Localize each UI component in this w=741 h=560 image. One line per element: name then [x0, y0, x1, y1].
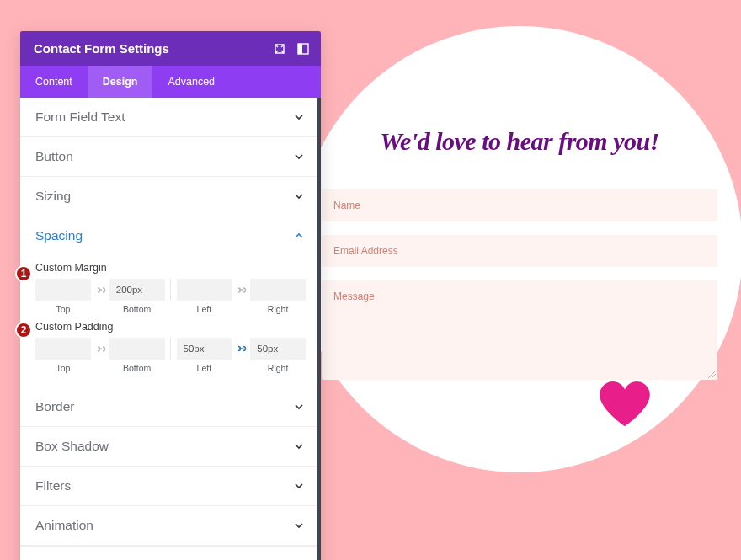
message-placeholder: Message [333, 291, 375, 302]
panel-title: Contact Form Settings [34, 41, 169, 56]
side-bottom-label: Bottom [109, 304, 165, 314]
link-lr-icon[interactable] [232, 338, 250, 360]
name-field[interactable]: Name [322, 189, 717, 221]
padding-bottom-input[interactable] [109, 338, 165, 360]
help-row[interactable]: ?Help [20, 546, 321, 560]
side-bottom-label: Bottom [109, 363, 165, 373]
tab-advanced[interactable]: Advanced [152, 66, 230, 98]
accordion-label: Box Shadow [35, 439, 109, 454]
margin-bottom-input[interactable] [109, 279, 165, 301]
margin-row [35, 279, 306, 301]
accordion-sizing: Sizing [20, 177, 321, 216]
side-right-label: Right [250, 363, 306, 373]
margin-top-input[interactable] [35, 279, 91, 301]
panel-header: Contact Form Settings [20, 31, 321, 66]
side-right-label: Right [250, 304, 306, 314]
heart-icon [600, 381, 650, 427]
email-placeholder: Email Address [333, 245, 398, 257]
callout-1: 1 [15, 265, 32, 282]
spacing-body: Custom Margin Top Bottom Left Right Cu [20, 262, 321, 387]
accordion-label: Button [35, 149, 73, 164]
padding-right-input[interactable] [250, 338, 306, 360]
expand-icon[interactable] [274, 43, 285, 55]
margin-left-input[interactable] [177, 279, 232, 301]
accordion-animation: Animation [20, 506, 321, 546]
side-top-label: Top [35, 363, 91, 373]
custom-padding-label: Custom Padding [35, 321, 306, 333]
padding-left-input[interactable] [177, 338, 232, 360]
form-heading: We'd love to hear from you! [322, 127, 717, 156]
accordion-label: Animation [35, 518, 93, 533]
sidebar-icon[interactable] [297, 43, 309, 55]
name-placeholder: Name [333, 200, 360, 211]
accordion-spacing: Spacing Custom Margin Top Bottom L [20, 216, 321, 387]
accordion-label: Border [35, 399, 75, 414]
tab-design[interactable]: Design [88, 66, 153, 98]
chevron-down-icon [294, 441, 304, 451]
accordion-label: Form Field Text [35, 109, 125, 125]
padding-row [35, 338, 306, 360]
chevron-down-icon [294, 112, 304, 122]
settings-panel: Contact Form Settings Content Design Adv… [20, 31, 321, 560]
custom-margin-label: Custom Margin [35, 262, 306, 274]
accordion-label: Spacing [35, 228, 83, 243]
tab-content[interactable]: Content [20, 66, 88, 98]
tab-bar: Content Design Advanced [20, 66, 321, 98]
side-left-label: Left [177, 363, 232, 373]
svg-rect-2 [298, 44, 302, 54]
accordion-button: Button [20, 137, 321, 177]
accordion-form-field-text: Form Field Text [20, 98, 321, 137]
side-top-label: Top [35, 304, 91, 314]
chevron-down-icon [294, 402, 304, 412]
panel-scroll[interactable]: Form Field Text Button Sizing Spacing Cu… [20, 98, 321, 560]
callout-2: 2 [15, 322, 32, 339]
accordion-border: Border [20, 387, 321, 427]
chevron-down-icon [294, 152, 304, 162]
chevron-down-icon [294, 520, 304, 531]
preview-canvas: We'd love to hear from you! Name Email A… [296, 26, 741, 472]
chevron-down-icon [294, 191, 304, 201]
chevron-down-icon [294, 481, 304, 491]
accordion-label: Filters [35, 478, 71, 493]
link-tb-icon[interactable] [91, 338, 109, 360]
padding-top-input[interactable] [35, 338, 91, 360]
chevron-up-icon [294, 231, 304, 241]
message-field[interactable]: Message [322, 280, 717, 380]
margin-right-input[interactable] [250, 279, 306, 301]
link-lr-icon[interactable] [232, 279, 250, 301]
accordion-filters: Filters [20, 467, 321, 506]
email-field[interactable]: Email Address [322, 235, 717, 267]
side-left-label: Left [177, 304, 232, 314]
accordion-box-shadow: Box Shadow [20, 427, 321, 467]
link-tb-icon[interactable] [91, 279, 109, 301]
accordion-label: Sizing [35, 189, 71, 204]
